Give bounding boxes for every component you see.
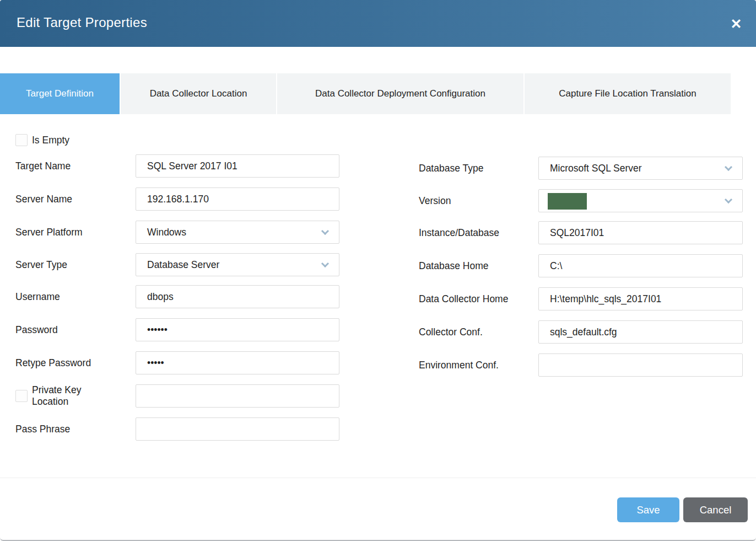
dialog-title: Edit Target Properties: [17, 15, 147, 30]
private-key-location-checkbox[interactable]: [15, 390, 28, 402]
edit-target-properties-dialog: Edit Target Properties ✕ Target Definiti…: [0, 0, 756, 541]
pass-phrase-input[interactable]: [136, 417, 339, 441]
tab-data-collector-location[interactable]: Data Collector Location: [121, 73, 276, 114]
is-empty-checkbox[interactable]: [15, 134, 28, 146]
collector-conf-input[interactable]: [538, 320, 743, 344]
close-icon[interactable]: ✕: [726, 14, 746, 34]
private-key-location-input[interactable]: [136, 384, 339, 408]
username-input[interactable]: [136, 285, 339, 308]
server-name-input[interactable]: [136, 188, 339, 211]
collector-conf-label: Collector Conf.: [419, 320, 483, 344]
private-key-location-label: Private Key Location: [32, 384, 101, 408]
server-platform-value: Windows: [147, 227, 186, 238]
password-label: Password: [15, 318, 58, 341]
server-type-label: Server Type: [15, 253, 67, 276]
username-label: Username: [15, 285, 60, 308]
chevron-down-icon: [725, 196, 732, 203]
instance-database-label: Instance/Database: [419, 221, 499, 244]
tab-label: Capture File Location Translation: [559, 88, 696, 99]
save-button[interactable]: Save: [617, 497, 679, 522]
server-name-label: Server Name: [15, 188, 72, 211]
database-type-value: Microsoft SQL Server: [550, 163, 642, 174]
database-type-label: Database Type: [419, 157, 483, 180]
version-label: Version: [419, 189, 451, 212]
password-input[interactable]: [136, 318, 339, 341]
server-type-value: Database Server: [147, 259, 219, 271]
server-type-select[interactable]: Database Server: [136, 253, 339, 276]
chevron-down-icon: [321, 260, 329, 267]
environment-conf-label: Environment Conf.: [419, 353, 499, 377]
retype-password-input[interactable]: [136, 351, 339, 374]
environment-conf-input[interactable]: [538, 353, 743, 377]
server-platform-label: Server Platform: [15, 221, 83, 244]
tab-capture-file-location-translation[interactable]: Capture File Location Translation: [525, 73, 731, 114]
target-name-input[interactable]: [136, 154, 339, 178]
server-platform-select[interactable]: Windows: [136, 221, 339, 244]
tab-target-definition[interactable]: Target Definition: [0, 73, 120, 114]
tab-data-collector-deployment-configuration[interactable]: Data Collector Deployment Configuration: [277, 73, 523, 114]
retype-password-label: Retype Password: [15, 351, 91, 374]
tab-label: Target Definition: [26, 88, 94, 99]
version-redaction-block: [548, 193, 587, 210]
tab-label: Data Collector Location: [150, 88, 247, 99]
database-home-label: Database Home: [419, 254, 488, 277]
pass-phrase-label: Pass Phrase: [15, 417, 70, 441]
footer-divider: [0, 478, 756, 478]
chevron-down-icon: [725, 163, 732, 171]
cancel-button[interactable]: Cancel: [683, 497, 748, 522]
data-collector-home-label: Data Collector Home: [419, 287, 508, 310]
is-empty-label: Is Empty: [32, 135, 69, 146]
chevron-down-icon: [321, 227, 329, 235]
target-name-label: Target Name: [15, 154, 71, 178]
tab-label: Data Collector Deployment Configuration: [315, 88, 485, 99]
database-type-select[interactable]: Microsoft SQL Server: [538, 157, 743, 180]
database-home-input[interactable]: [538, 254, 743, 277]
tab-bar: Target Definition Data Collector Locatio…: [0, 73, 756, 114]
instance-database-input[interactable]: [538, 221, 743, 244]
data-collector-home-input[interactable]: [538, 287, 743, 310]
dialog-header: Edit Target Properties ✕: [0, 0, 756, 47]
